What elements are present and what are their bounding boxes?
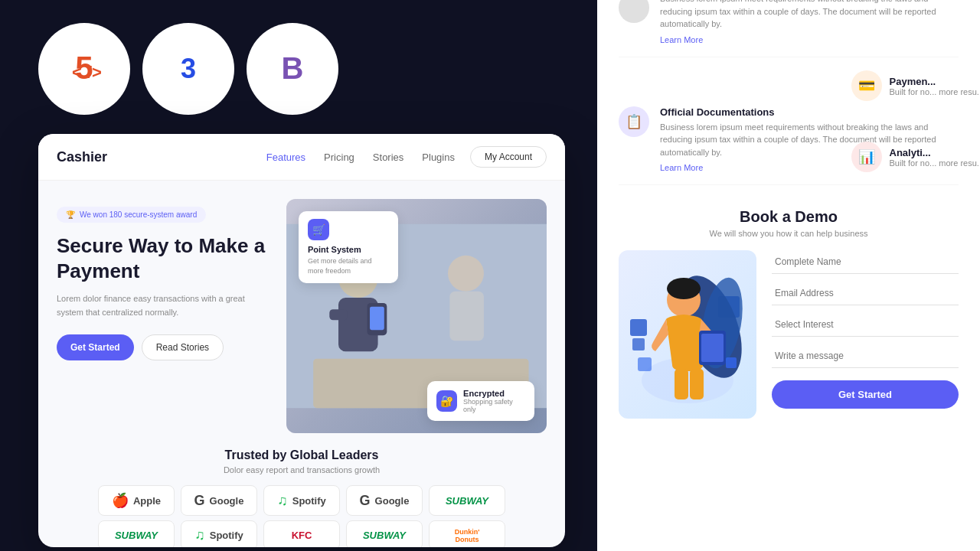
svg-rect-27 xyxy=(675,369,688,399)
brand-subway-3: SUBWAY xyxy=(346,520,423,547)
feature-partial-desc: Business lorem ipsum meet requirements w… xyxy=(660,0,959,31)
docs-icon-symbol: 📋 xyxy=(626,113,642,130)
apple-icon: 🍎 xyxy=(112,492,129,509)
demo-form: Get Started xyxy=(772,250,959,409)
google-label-1: Google xyxy=(210,495,244,507)
nav-links: Features Pricing Stories Plugins xyxy=(266,152,455,163)
trusted-title: Trusted by Global Leaders xyxy=(57,448,547,462)
google-label-2: Google xyxy=(375,495,410,507)
demo-submit-button[interactable]: Get Started xyxy=(772,380,959,409)
demo-body: Get Started xyxy=(619,250,959,419)
hero-point-system-card: 🛒 Point System Get more details and more… xyxy=(299,211,398,283)
left-panel: 5 < /> 3 B Cashier Features Pricing Stor… xyxy=(0,0,597,551)
payment-partial-item: 💳 Paymen... Built for no... more resu... xyxy=(851,70,981,101)
tech-icons-row: 5 < /> 3 B xyxy=(0,0,597,133)
css3-icon: 3 xyxy=(142,23,234,115)
spotify-label-1: Spotify xyxy=(292,495,326,507)
brand-logos-row-2: SUBWAY ♫ Spotify KFC SUBWAY Dunkin'Donut… xyxy=(57,520,547,547)
payment-partial-text: Paymen... Built for no... more resu... xyxy=(890,76,981,96)
demo-name-input[interactable] xyxy=(772,250,959,274)
nav-features[interactable]: Features xyxy=(266,152,305,163)
right-panel: Business lorem ipsum meet requirements w… xyxy=(597,0,980,551)
google-icon-1: G xyxy=(194,493,205,509)
analytics-partial-text: Analyti... Built for no... more resu... xyxy=(890,147,981,168)
brand-google-2: G Google xyxy=(346,485,423,516)
brand-dunkin: Dunkin'Donuts xyxy=(429,520,505,547)
point-system-icon: 🛒 xyxy=(308,219,329,240)
demo-email-input[interactable] xyxy=(772,282,959,305)
svg-rect-26 xyxy=(632,338,645,350)
demo-interest-input[interactable] xyxy=(772,313,959,337)
hero-left: 🏆 We won 180 secure-system award Secure … xyxy=(57,199,271,433)
demo-illustration xyxy=(619,250,756,419)
docs-icon: 📋 xyxy=(619,106,649,137)
google-icon-2: G xyxy=(360,493,371,509)
svg-text:<: < xyxy=(72,63,82,82)
analytics-partial-desc: Built for no... more resu... xyxy=(890,158,981,168)
trusted-desc: Dolor easy report and transactions growt… xyxy=(57,465,547,474)
kfc-label: KFC xyxy=(292,530,312,541)
docs-title: Official Documentations xyxy=(660,106,959,118)
demo-message-input[interactable] xyxy=(772,344,959,368)
spotify-icon-1: ♫ xyxy=(277,493,288,509)
svg-point-22 xyxy=(667,278,701,299)
hero-description: Lorem dolor finance easy transactions wi… xyxy=(57,292,271,319)
svg-rect-24 xyxy=(701,334,724,362)
hero-section: 🏆 We won 180 secure-system award Secure … xyxy=(38,181,565,433)
my-account-button[interactable]: My Account xyxy=(470,146,547,168)
trusted-section: Trusted by Global Leaders Dolor easy rep… xyxy=(38,433,565,547)
nav-pricing[interactable]: Pricing xyxy=(324,152,354,163)
brand-spotify-2: ♫ Spotify xyxy=(181,520,257,547)
nav-plugins[interactable]: Plugins xyxy=(422,152,455,163)
brand-spotify-1: ♫ Spotify xyxy=(263,485,340,516)
brand-logos-row-1: 🍎 Apple G Google ♫ Spotify G Google SUBW… xyxy=(57,485,547,516)
brand-subway-1: SUBWAY xyxy=(429,485,505,516)
brand-subway-2: SUBWAY xyxy=(98,520,175,547)
logo: Cashier xyxy=(57,149,107,165)
demo-desc: We will show you how it can help busines… xyxy=(619,229,959,238)
feature-partial-learn-more[interactable]: Learn More xyxy=(660,35,959,44)
analytics-partial-icon: 📊 xyxy=(851,142,882,172)
brand-apple: 🍎 Apple xyxy=(98,485,175,516)
svg-rect-18 xyxy=(638,357,652,371)
svg-text:B: B xyxy=(282,51,304,85)
svg-rect-25 xyxy=(726,357,737,368)
svg-rect-16 xyxy=(630,319,647,336)
feature-partial-icon xyxy=(619,0,649,23)
hero-image: 🛒 Point System Get more details and more… xyxy=(286,199,547,433)
encrypted-text: Encrypted Shopping safety only xyxy=(463,389,525,413)
apple-label: Apple xyxy=(133,495,161,507)
nav-stories[interactable]: Stories xyxy=(373,152,403,163)
read-stories-button[interactable]: Read Stories xyxy=(142,334,224,360)
payment-partial-icon: 💳 xyxy=(851,70,882,101)
encrypted-title: Encrypted xyxy=(463,389,525,398)
demo-section: Book a Demo We will show you how it can … xyxy=(619,201,959,419)
html5-icon: 5 < /> xyxy=(38,23,130,115)
main-card: Cashier Features Pricing Stories Plugins… xyxy=(38,134,565,547)
feature-partial-content: Business lorem ipsum meet requirements w… xyxy=(660,0,959,44)
award-icon: 🏆 xyxy=(66,210,75,219)
payment-partial-desc: Built for no... more resu... xyxy=(890,87,981,96)
encrypted-icon: 🔐 xyxy=(436,390,457,412)
payment-partial-title: Paymen... xyxy=(890,76,981,87)
bootstrap-icon: B xyxy=(247,23,338,115)
svg-text:/>: /> xyxy=(87,63,102,82)
svg-rect-28 xyxy=(690,369,704,399)
subway-label-2: SUBWAY xyxy=(115,530,158,541)
award-badge: 🏆 We won 180 secure-system award xyxy=(57,207,206,223)
subway-label-1: SUBWAY xyxy=(446,495,488,507)
brand-kfc: KFC xyxy=(263,520,340,547)
get-started-button[interactable]: Get Started xyxy=(57,334,134,360)
point-system-title: Point System xyxy=(308,245,389,254)
hero-title: Secure Way to Make a Payment xyxy=(57,233,271,283)
spotify-label-2: Spotify xyxy=(210,530,243,541)
encrypted-desc: Shopping safety only xyxy=(463,398,525,413)
brand-google-1: G Google xyxy=(181,485,257,516)
demo-title: Book a Demo xyxy=(619,208,959,226)
navbar: Cashier Features Pricing Stories Plugins… xyxy=(38,134,565,181)
spotify-icon-2: ♫ xyxy=(194,527,205,543)
analytics-partial-title: Analyti... xyxy=(890,147,981,158)
dunkin-label: Dunkin'Donuts xyxy=(455,528,480,543)
subway-label-3: SUBWAY xyxy=(363,530,406,541)
hero-encrypted-card: 🔐 Encrypted Shopping safety only xyxy=(427,381,534,421)
